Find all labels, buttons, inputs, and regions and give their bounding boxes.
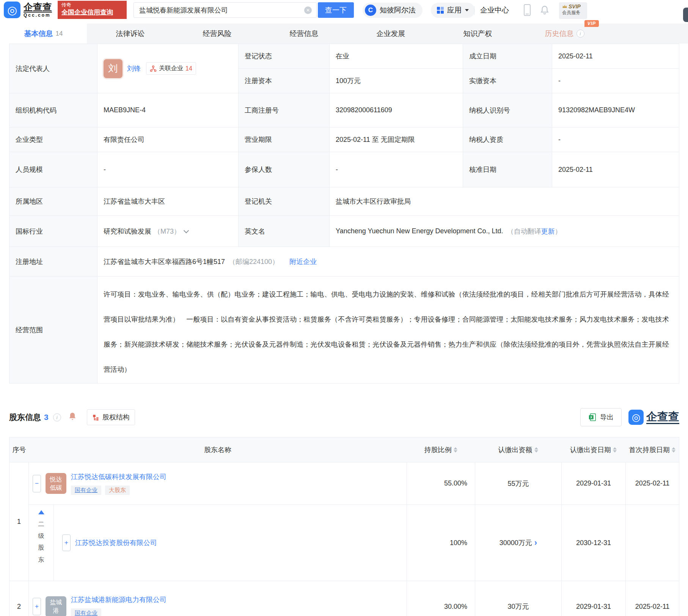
second-level-rail: 二级股东 xyxy=(29,505,54,581)
value-registration-authority: 盐城市大丰区行政审批局 xyxy=(330,187,679,216)
tab-history-info[interactable]: VIP 历史信息 i xyxy=(521,24,608,44)
label-registration-authority: 登记机关 xyxy=(239,187,330,216)
equity-structure-button[interactable]: 股权结构 xyxy=(87,409,135,425)
nav-apps-menu[interactable]: 应用 xyxy=(431,3,475,18)
sub-shareholder-name-link[interactable]: 江苏悦达投资股份有限公司 xyxy=(75,538,157,547)
industry-code: （M73） xyxy=(154,227,181,236)
label-region: 所属地区 xyxy=(9,187,97,216)
header-divider xyxy=(474,6,474,15)
row-index: 2 xyxy=(9,581,29,616)
legal-rep-avatar[interactable]: 刘 xyxy=(104,59,123,78)
tab-operation-info[interactable]: 经营信息 xyxy=(261,24,347,44)
qcc-logo-icon: ◎ xyxy=(4,2,20,18)
value-paid-in-capital: - xyxy=(552,69,679,93)
value-staff-size: - xyxy=(97,152,239,187)
shareholder-name-link[interactable]: 江苏盐城港新能源电力有限公司 xyxy=(71,596,167,603)
expand-button[interactable] xyxy=(33,598,41,615)
shareholders-info-icon[interactable]: i xyxy=(53,413,61,421)
translate-update-link[interactable]: 更新 xyxy=(541,227,555,236)
tab-intellectual-property[interactable]: 知识产权 xyxy=(434,24,521,44)
col-ratio[interactable]: 持股比例 xyxy=(407,445,475,454)
label-taxpayer-qualification: 纳税人资质 xyxy=(463,127,552,152)
shareholding-ratio: 55.00% xyxy=(407,462,475,504)
sort-icon[interactable] xyxy=(672,447,675,453)
shareholders-title: 股东信息 xyxy=(9,412,41,423)
sort-icon[interactable] xyxy=(454,447,457,453)
search-input[interactable]: 盐城悦春新能源发展有限公司 ✕ xyxy=(134,2,317,18)
label-established-date: 成立日期 xyxy=(463,44,552,69)
address-zip: （邮编224100） xyxy=(229,257,279,266)
nav-enterprise-center[interactable]: 企业中心 xyxy=(480,5,509,15)
tab-legal-litigation[interactable]: 法律诉讼 xyxy=(87,24,174,44)
tab-operation-risk[interactable]: 经营风险 xyxy=(174,24,261,44)
caret-down-icon xyxy=(465,9,469,11)
top-header: ◎ 企查查 Qcc.com 传奇 全国企业信用查询 盐城悦春新能源发展有限公司 … xyxy=(0,0,688,20)
value-enterprise-type: 有限责任公司 xyxy=(97,127,239,152)
svip-member-badge[interactable]: SVIP 会员服务 xyxy=(559,2,587,19)
tab-enterprise-development[interactable]: 企业发展 xyxy=(347,24,434,44)
sort-icon[interactable] xyxy=(613,447,617,453)
label-enterprise-type: 企业类型 xyxy=(9,127,97,152)
qcc-logo-text: 企查查 xyxy=(24,2,52,13)
qcc-company-page: ◎ 企查查 Qcc.com 传奇 全国企业信用查询 盐城悦春新能源发展有限公司 … xyxy=(0,0,688,616)
mobile-app-icon[interactable] xyxy=(524,4,531,16)
qcc-logo[interactable]: ◎ 企查查 Qcc.com xyxy=(4,2,52,18)
auto-translate-note: （自动翻译 xyxy=(507,227,541,236)
value-established-date: 2025-02-11 xyxy=(552,44,679,69)
expand-button[interactable] xyxy=(62,534,71,551)
value-org-code: MAEB9JNE-4 xyxy=(97,93,239,127)
excel-icon: X xyxy=(588,413,597,421)
shareholder-name-link[interactable]: 江苏悦达低碳科技发展有限公司 xyxy=(71,473,167,481)
subscribed-date: 2029-01-31 xyxy=(561,462,625,504)
triangle-up-icon[interactable] xyxy=(38,510,44,514)
shareholder-row-1: 悦达 低碳 江苏悦达低碳科技发展有限公司 国有企业 大股东 55.00% 55万 xyxy=(29,462,679,505)
qcc-watermark-logo: ◎ 企查查 xyxy=(628,410,679,425)
value-registered-address: 江苏省盐城市大丰区幸福西路6号1幢517 （邮编224100） 附近企业 xyxy=(97,247,679,277)
tab-basic-info[interactable]: 基本信息 14 xyxy=(0,24,87,44)
shareholding-ratio: 30.00% xyxy=(407,581,475,616)
related-label: 关联企业 xyxy=(159,64,183,72)
label-industry: 国标行业 xyxy=(9,216,97,247)
subscribed-date: 2029-01-31 xyxy=(561,581,625,616)
col-first-holding-date[interactable]: 首次持股日期 xyxy=(625,445,679,454)
shareholders-table-header: 序号 股东名称 持股比例 认缴出资额 认缴出资日期 首次持股日期 xyxy=(9,437,679,462)
search-clear-icon[interactable]: ✕ xyxy=(304,6,312,14)
tag-major-shareholder: 大股东 xyxy=(105,486,130,495)
promo-banner: 传奇 全国企业信用查询 xyxy=(58,1,127,19)
legal-rep-name-link[interactable]: 刘锋 xyxy=(127,64,141,73)
nearby-companies-link[interactable]: 附近企业 xyxy=(289,257,317,266)
amount-detail-arrow-icon[interactable]: › xyxy=(534,539,537,547)
export-button[interactable]: X 导出 xyxy=(580,408,622,426)
legal-representative-cell: 刘 刘锋 关联企业 14 xyxy=(97,44,239,93)
shareholder-avatar[interactable]: 悦达 低碳 xyxy=(46,473,66,494)
chevron-down-icon[interactable] xyxy=(184,228,189,233)
label-business-reg-no: 工商注册号 xyxy=(239,93,330,127)
side-widget-handle[interactable] xyxy=(683,8,688,22)
label-paid-in-capital: 实缴资本 xyxy=(463,69,552,93)
col-subscribed-amount[interactable]: 认缴出资额 xyxy=(475,445,561,454)
value-registration-status: 在业 xyxy=(330,44,463,69)
subscribed-amount: 55万元 xyxy=(475,462,561,504)
history-info-icon[interactable]: i xyxy=(576,30,584,38)
shareholders-subscribe-bell-icon[interactable] xyxy=(68,412,77,423)
related-companies-badge[interactable]: 关联企业 14 xyxy=(146,62,196,75)
search-button[interactable]: 查一下 xyxy=(318,2,354,18)
notification-bell-icon[interactable] xyxy=(539,5,550,17)
col-subscribed-date[interactable]: 认缴出资日期 xyxy=(561,445,625,454)
subscribed-date: 2030-12-31 xyxy=(561,505,625,581)
nav-zhibi-alpha[interactable]: C 知彼阿尔法 xyxy=(363,3,423,18)
search-value[interactable]: 盐城悦春新能源发展有限公司 xyxy=(139,6,304,15)
svip-label: SVIP xyxy=(569,3,581,10)
tag-state-owned[interactable]: 国有企业 xyxy=(71,486,101,495)
shareholder-avatar[interactable]: 盐城 港 xyxy=(46,596,66,616)
sort-icon[interactable] xyxy=(534,447,538,453)
value-approval-date: 2025-02-11 xyxy=(552,152,679,187)
collapse-button[interactable] xyxy=(33,475,41,492)
label-org-code: 组织机构代码 xyxy=(9,93,97,127)
label-approval-date: 核准日期 xyxy=(463,152,552,187)
label-registered-capital: 注册资本 xyxy=(239,69,330,93)
label-insured-count: 参保人数 xyxy=(239,152,330,187)
label-business-scope: 经营范围 xyxy=(9,277,97,383)
tag-state-owned[interactable]: 国有企业 xyxy=(71,608,101,616)
value-registered-capital: 100万元 xyxy=(330,69,463,93)
